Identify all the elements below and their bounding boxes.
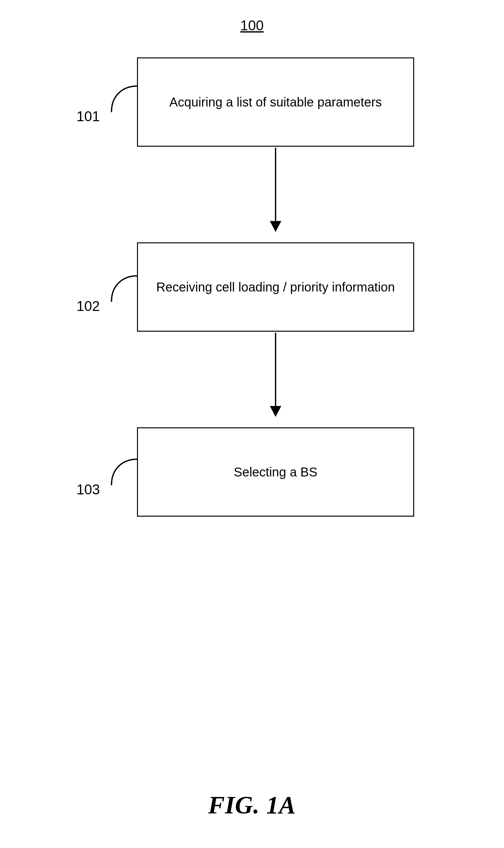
arrow-down-icon <box>275 148 276 231</box>
step-text: Receiving cell loading / priority inform… <box>156 279 395 295</box>
step-box-101: Acquiring a list of suitable parameters <box>137 57 414 147</box>
figure-caption: FIG. 1A <box>208 791 296 819</box>
callout-curve-icon <box>110 457 139 486</box>
step-ref-103: 103 <box>76 482 100 498</box>
callout-curve-icon <box>110 85 139 113</box>
flowchart-page: 100 101 Acquiring a list of suitable par… <box>0 0 504 848</box>
step-ref-102: 102 <box>76 298 100 314</box>
step-text: Selecting a BS <box>234 464 317 480</box>
step-box-102: Receiving cell loading / priority inform… <box>137 242 414 332</box>
step-box-103: Selecting a BS <box>137 427 414 517</box>
step-text: Acquiring a list of suitable parameters <box>169 94 382 110</box>
arrow-down-icon <box>275 333 276 416</box>
step-ref-101: 101 <box>76 108 100 124</box>
diagram-title-ref: 100 <box>240 18 264 34</box>
callout-curve-icon <box>110 274 139 303</box>
